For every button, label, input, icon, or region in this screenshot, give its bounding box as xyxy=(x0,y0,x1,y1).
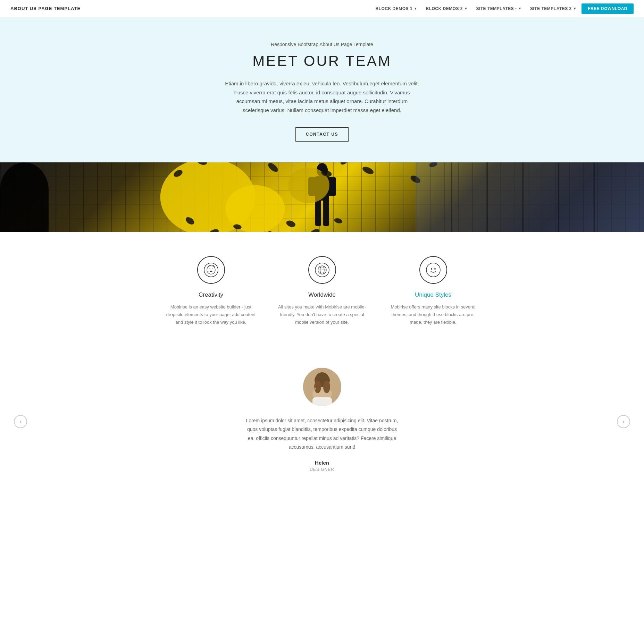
svg-point-50 xyxy=(323,381,330,393)
svg-point-0 xyxy=(317,163,328,177)
svg-rect-1 xyxy=(315,176,329,201)
svg-point-41 xyxy=(426,263,440,277)
avatar-image xyxy=(303,368,341,406)
feature-desc-worldwide: All sites you make with Mobirise are mob… xyxy=(277,303,367,326)
hero-section: Responsive Bootstrap About Us Page Templ… xyxy=(0,17,644,162)
svg-point-34 xyxy=(207,266,215,274)
testimonial-role: DESIGNER xyxy=(10,467,634,472)
banner-image xyxy=(0,162,644,232)
nav-site-templates-1[interactable]: SITE TEMPLATES - ▼ xyxy=(472,4,525,13)
svg-point-43 xyxy=(434,268,436,270)
svg-rect-4 xyxy=(315,200,321,226)
free-download-button[interactable]: FREE DOWNLOAD xyxy=(582,3,634,14)
nav-block-demos-1[interactable]: BLOCK DEMOS 1 ▼ xyxy=(372,4,421,13)
worldwide-icon-circle xyxy=(308,256,336,284)
nav-site-templates-2[interactable]: SITE TEMPLATES 2 ▼ xyxy=(527,4,580,13)
chevron-down-icon: ▼ xyxy=(414,7,417,10)
chevron-down-icon: ▼ xyxy=(518,7,522,10)
nav-block-demos-2[interactable]: BLOCK DEMOS 2 ▼ xyxy=(423,4,471,13)
smile-icon xyxy=(426,262,441,278)
feature-title-creativity: Creativity xyxy=(199,291,223,298)
feature-desc-unique-styles: Mobirise offers many site blocks in seve… xyxy=(388,303,478,326)
worldwide-icon xyxy=(315,262,330,278)
banner-silhouette xyxy=(307,162,338,232)
features-section: Creativity Mobirise is an easy website b… xyxy=(0,232,644,347)
svg-point-51 xyxy=(314,388,316,390)
chevron-down-icon: ▼ xyxy=(573,7,577,10)
nav-links: BLOCK DEMOS 1 ▼ BLOCK DEMOS 2 ▼ SITE TEM… xyxy=(372,3,634,14)
svg-rect-5 xyxy=(323,200,329,226)
svg-rect-3 xyxy=(328,177,336,196)
testimonial-next-button[interactable]: › xyxy=(617,415,630,428)
navbar: ABOUT US PAGE TEMPLATE BLOCK DEMOS 1 ▼ B… xyxy=(0,0,644,17)
unique-styles-icon-circle xyxy=(419,256,447,284)
feature-unique-styles: Unique Styles Mobirise offers many site … xyxy=(388,256,478,326)
feature-creativity: Creativity Mobirise is an easy website b… xyxy=(166,256,256,326)
testimonial-name: Helen xyxy=(10,460,634,466)
testimonial-section: ‹ Lorem ipsum dolor sit amet, consectetu… xyxy=(0,347,644,496)
svg-rect-2 xyxy=(308,177,316,196)
svg-rect-52 xyxy=(312,397,332,406)
contact-us-button[interactable]: CONTACT US xyxy=(295,127,349,142)
feature-title-unique-styles: Unique Styles xyxy=(415,291,451,298)
svg-point-49 xyxy=(314,381,321,393)
feature-desc-creativity: Mobirise is an easy website builder - ju… xyxy=(166,303,256,326)
features-grid: Creativity Mobirise is an easy website b… xyxy=(166,256,478,326)
testimonial-quote: Lorem ipsum dolor sit amet, consectetur … xyxy=(244,416,400,451)
hero-description: Etiam in libero gravida, viverra ex eu, … xyxy=(225,79,419,115)
testimonial-avatar xyxy=(303,368,341,406)
svg-point-42 xyxy=(431,268,432,270)
feature-title-worldwide: Worldwide xyxy=(308,291,336,298)
testimonial-prev-button[interactable]: ‹ xyxy=(14,415,27,428)
feature-worldwide: Worldwide All sites you make with Mobiri… xyxy=(277,256,367,326)
brand-link[interactable]: ABOUT US PAGE TEMPLATE xyxy=(10,6,81,11)
banner-figure-left xyxy=(0,162,49,232)
hero-subtitle: Responsive Bootstrap About Us Page Templ… xyxy=(10,42,634,47)
chevron-down-icon: ▼ xyxy=(464,7,468,10)
creativity-icon-circle xyxy=(197,256,225,284)
creativity-icon xyxy=(203,262,219,278)
hero-title: MEET OUR TEAM xyxy=(10,53,634,69)
